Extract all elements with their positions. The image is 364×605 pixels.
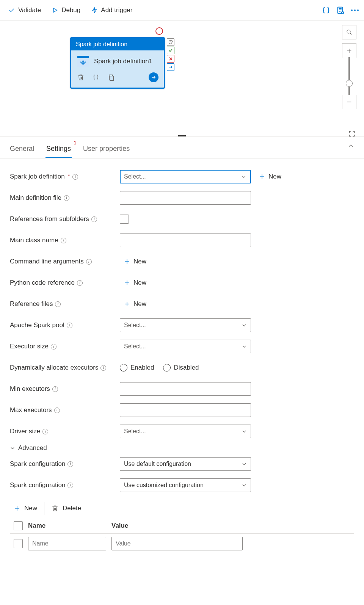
config-delete-button[interactable]: Delete	[51, 505, 81, 512]
on-fail-handle[interactable]: ✕	[167, 55, 174, 63]
tab-general[interactable]: General	[9, 142, 35, 158]
on-completion-handle[interactable]	[167, 63, 174, 71]
json-icon[interactable]	[322, 6, 331, 15]
spark-job-def-select[interactable]: Select...	[120, 170, 251, 183]
svg-text:*: *	[82, 59, 84, 66]
zoom-slider-track[interactable]	[348, 57, 350, 95]
cmd-args-new-button[interactable]: New	[124, 258, 146, 265]
info-icon[interactable]: i	[52, 386, 58, 392]
info-icon[interactable]: i	[64, 195, 69, 201]
row-value-input[interactable]	[111, 537, 243, 550]
info-icon[interactable]: i	[42, 429, 48, 434]
info-icon[interactable]: i	[67, 483, 73, 488]
info-icon[interactable]: i	[86, 259, 92, 265]
plus-icon	[124, 301, 130, 307]
new-label: New	[268, 173, 281, 180]
properties-tabs: General Settings 1 User properties	[0, 136, 364, 158]
more-icon[interactable]	[350, 6, 359, 15]
new-label: New	[24, 505, 37, 512]
settings-form: Spark job definition*i Select... New Mai…	[0, 158, 364, 561]
disabled-label: Disabled	[174, 364, 199, 371]
exec-size-placeholder: Select...	[124, 343, 146, 350]
activity-card[interactable]: Spark job definition * Spark job definit…	[70, 37, 165, 89]
config-new-button[interactable]: New	[14, 505, 37, 512]
copy-icon[interactable]	[107, 73, 115, 82]
dyn-alloc-enabled-radio[interactable]: Enabled	[120, 364, 154, 371]
chevron-down-icon	[242, 429, 247, 434]
delete-icon[interactable]	[77, 73, 85, 82]
svg-marker-0	[53, 8, 57, 12]
refs-subfolders-checkbox[interactable]	[120, 215, 129, 224]
info-icon[interactable]: i	[55, 301, 61, 307]
new-label: New	[133, 279, 146, 287]
on-success-handle[interactable]	[167, 47, 174, 54]
info-icon[interactable]: i	[51, 344, 56, 350]
spark-pool-placeholder: Select...	[124, 322, 146, 329]
chevron-down-icon	[242, 483, 247, 488]
info-icon[interactable]: i	[67, 323, 72, 328]
config-command-bar: New Delete	[10, 497, 354, 518]
spark-pool-label: Apache Spark pool	[10, 321, 64, 329]
row-name-input[interactable]	[28, 537, 106, 550]
col-name-header: Name	[28, 522, 106, 530]
max-exec-input[interactable]	[120, 403, 251, 417]
delete-label: Delete	[63, 505, 81, 512]
ref-files-label: Reference files	[10, 300, 53, 308]
info-icon[interactable]: i	[91, 216, 97, 222]
py-ref-new-button[interactable]: New	[124, 279, 146, 287]
validation-error-marker	[155, 27, 163, 35]
on-skip-handle[interactable]	[167, 38, 174, 46]
tab-settings[interactable]: Settings 1	[46, 142, 72, 158]
info-icon[interactable]: i	[100, 365, 106, 371]
info-icon[interactable]: i	[61, 238, 66, 243]
tab-settings-badge: 1	[74, 140, 76, 146]
properties-icon[interactable]	[336, 6, 345, 15]
debug-button[interactable]: Debug	[48, 4, 84, 16]
chevron-down-icon	[242, 461, 247, 467]
dyn-alloc-label: Dynamically allocate executors	[10, 364, 98, 371]
info-icon[interactable]: i	[67, 461, 73, 467]
spark-icon: *	[77, 55, 89, 68]
info-icon[interactable]: i	[72, 174, 78, 180]
py-ref-label: Python code reference	[10, 279, 75, 287]
spark-conf-default-select[interactable]: Use default configuration	[120, 457, 251, 471]
trash-icon	[51, 505, 59, 512]
spark-job-def-new-button[interactable]: New	[259, 173, 281, 180]
zoom-in-button[interactable]	[342, 43, 356, 58]
main-class-input[interactable]	[120, 234, 251, 247]
zoom-out-button[interactable]	[342, 95, 356, 109]
zoom-slider-thumb[interactable]	[346, 80, 353, 87]
search-canvas-button[interactable]	[342, 25, 356, 39]
chevron-down-icon	[241, 174, 246, 179]
plus-icon	[14, 505, 20, 512]
radio-icon	[120, 364, 127, 371]
spark-conf-default-label: Spark configuration	[10, 460, 65, 468]
info-icon[interactable]: i	[54, 408, 60, 413]
braces-icon[interactable]	[92, 73, 100, 82]
info-icon[interactable]: i	[77, 280, 83, 286]
activity-header: Spark job definition	[71, 38, 164, 50]
driver-size-select[interactable]: Select...	[120, 425, 251, 438]
exec-size-select[interactable]: Select...	[120, 340, 251, 353]
spark-conf-custom-select[interactable]: Use customized configuration	[120, 478, 251, 492]
chevron-down-icon	[242, 323, 247, 328]
run-icon[interactable]	[149, 72, 158, 82]
add-trigger-label: Add trigger	[101, 6, 132, 14]
pipeline-canvas[interactable]: Spark job definition * Spark job definit…	[0, 20, 364, 136]
enabled-label: Enabled	[130, 364, 154, 371]
tab-user-properties[interactable]: User properties	[82, 142, 130, 158]
main-def-file-input[interactable]	[120, 191, 251, 205]
add-trigger-button[interactable]: Add trigger	[87, 4, 136, 16]
svg-line-16	[350, 33, 351, 34]
spark-pool-select[interactable]: Select...	[120, 318, 251, 332]
check-icon	[8, 7, 15, 14]
ref-files-new-button[interactable]: New	[124, 300, 146, 308]
validate-button[interactable]: Validate	[5, 4, 45, 16]
min-exec-input[interactable]	[120, 382, 251, 396]
select-all-checkbox[interactable]	[14, 521, 23, 530]
dyn-alloc-disabled-radio[interactable]: Disabled	[163, 364, 199, 371]
row-checkbox[interactable]	[14, 539, 23, 548]
svg-point-6	[351, 9, 353, 11]
collapse-panel-icon[interactable]	[347, 142, 355, 150]
advanced-toggle[interactable]: Advanced	[10, 444, 354, 452]
